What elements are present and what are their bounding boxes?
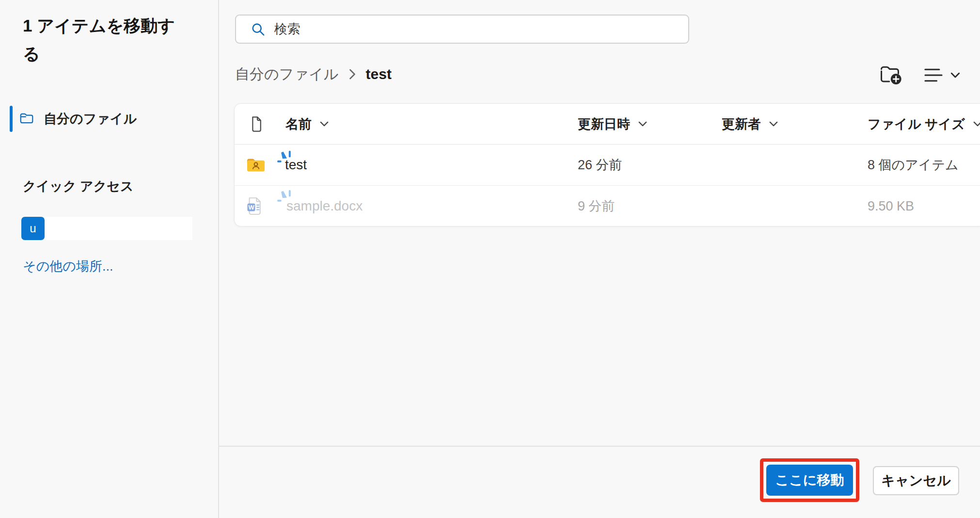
shared-folder-icon: [247, 157, 265, 173]
more-places-link[interactable]: その他の場所...: [23, 258, 113, 275]
search-input[interactable]: [273, 21, 688, 37]
file-size: 9.50 KB: [868, 198, 914, 213]
column-header-file-size[interactable]: ファイル サイズ: [868, 115, 980, 133]
chevron-down-icon: [950, 72, 961, 79]
file-size: 8 個のアイテム: [868, 156, 959, 174]
breadcrumb: 自分のファイル test: [235, 64, 392, 84]
file-modified: 26 分前: [578, 156, 622, 174]
cancel-button[interactable]: キャンセル: [873, 466, 959, 495]
footer-divider: [219, 446, 980, 447]
breadcrumb-current: test: [366, 66, 392, 82]
breadcrumb-parent[interactable]: 自分のファイル: [235, 65, 339, 84]
table-row-sample-docx: W sample.docx 9 分前 9.50 KB: [235, 185, 980, 226]
sidebar: 1 アイテムを移動する 自分のファイル クイック アクセス u その他の場所..…: [0, 0, 218, 518]
table-header: 名前 更新日時 更新者 ファイル サイズ: [235, 104, 980, 145]
chevron-down-icon: [319, 121, 329, 127]
chevron-down-icon: [638, 121, 648, 127]
sort-lines-icon: [924, 67, 943, 83]
svg-text:W: W: [248, 203, 254, 210]
chevron-right-icon: [348, 68, 356, 80]
new-folder-button[interactable]: [880, 65, 902, 85]
file-name: sample.docx: [286, 198, 363, 214]
quick-access-item[interactable]: u: [21, 217, 192, 240]
chevron-down-icon: [973, 121, 980, 127]
toolbar: [880, 65, 961, 85]
word-document-icon: W: [247, 197, 262, 215]
table-row-folder-test[interactable]: test 26 分前 8 個のアイテム: [235, 145, 980, 185]
dialog-title: 1 アイテムを移動する: [23, 12, 183, 68]
move-items-dialog: 1 アイテムを移動する 自分のファイル クイック アクセス u その他の場所..…: [0, 0, 980, 518]
file-name: test: [285, 157, 307, 173]
document-outline-icon: [251, 116, 263, 132]
move-here-button[interactable]: ここに移動: [766, 465, 853, 496]
sidebar-item-label: 自分のファイル: [44, 110, 137, 128]
column-header-modified-by[interactable]: 更新者: [722, 115, 778, 133]
folder-outline-icon: [20, 113, 33, 124]
sidebar-item-my-files[interactable]: 自分のファイル: [0, 105, 194, 133]
selection-indicator: [10, 106, 13, 132]
sidebar-divider: [218, 0, 219, 518]
column-header-name[interactable]: 名前: [285, 115, 329, 133]
search-box: [235, 15, 689, 44]
avatar: u: [21, 217, 45, 240]
annotation-highlight-box: ここに移動: [760, 458, 859, 502]
chevron-down-icon: [769, 121, 778, 127]
files-table: 名前 更新日時 更新者 ファイル サイズ: [234, 103, 980, 227]
column-header-modified[interactable]: 更新日時: [578, 115, 648, 133]
search-icon: [251, 22, 266, 37]
quick-access-heading: クイック アクセス: [23, 178, 134, 195]
sort-view-button[interactable]: [924, 67, 961, 83]
file-modified: 9 分前: [578, 197, 615, 215]
new-folder-icon: [880, 65, 902, 85]
